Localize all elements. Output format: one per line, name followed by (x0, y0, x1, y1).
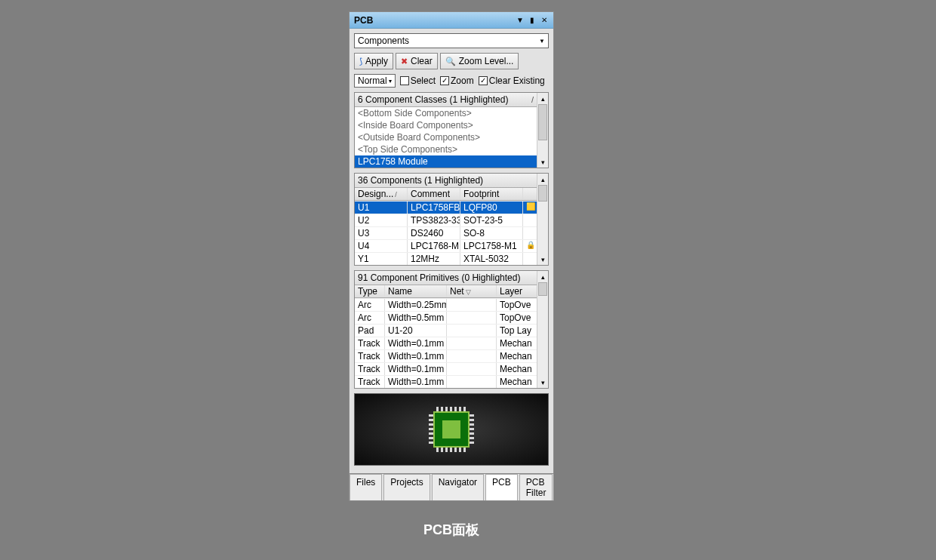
chevron-down-icon: ▾ (389, 78, 392, 85)
scroll-up-icon[interactable]: ▴ (537, 174, 548, 185)
scroll-thumb[interactable] (538, 282, 547, 296)
figure-caption: PCB面板 (349, 521, 554, 539)
pcb-panel: PCB ▼ ▮ ✕ Components ▼ ⟆Apply ✖Clear 🔍Zo… (349, 11, 554, 501)
locked-highlight-icon: 🟨 (523, 202, 537, 214)
clear-existing-checkbox[interactable]: ✓Clear Existing (479, 75, 545, 86)
classes-section: 6 Component Classes (1 Highlighted) / <B… (354, 92, 549, 168)
scroll-thumb[interactable] (538, 104, 547, 140)
sort-icon: ▽ (466, 288, 471, 296)
apply-button[interactable]: ⟆Apply (354, 53, 393, 69)
normal-select[interactable]: Normal▾ (354, 74, 396, 88)
sort-icon[interactable]: / (531, 95, 534, 104)
primitive-row[interactable]: PadU1-20Top Lay (355, 324, 537, 337)
primitive-row[interactable]: ArcWidth=0.25mmTopOve (355, 298, 537, 311)
component-row[interactable]: U2TPS3823-33SOT-23-5 (355, 214, 537, 226)
tab-pcb[interactable]: PCB (485, 474, 518, 500)
class-item[interactable]: <Outside Board Components> (355, 131, 537, 143)
scrollbar[interactable]: ▴ ▾ (537, 271, 548, 388)
tab-files[interactable]: Files (349, 474, 382, 500)
col-designator[interactable]: Design.../ (355, 188, 408, 200)
mode-dropdown[interactable]: Components ▼ (354, 33, 549, 48)
apply-icon: ⟆ (359, 57, 362, 66)
empty-icon (523, 253, 537, 265)
class-item[interactable]: LPC1758 Module (355, 155, 537, 168)
primitives-section: 91 Component Primitives (0 Highlighted) … (354, 270, 549, 389)
classes-list: <Bottom Side Components><Inside Board Co… (355, 107, 537, 168)
components-columns: Design.../ Comment Footprint (355, 188, 537, 201)
primitive-row[interactable]: TrackWidth=0.1mmMechan (355, 375, 537, 388)
close-icon[interactable]: ✕ (540, 16, 549, 24)
components-section: 36 Components (1 Highlighted) Design.../… (354, 173, 549, 266)
col-layer[interactable]: Layer (497, 285, 537, 297)
class-item[interactable]: <Bottom Side Components> (355, 107, 537, 119)
scroll-thumb[interactable] (538, 185, 547, 202)
clear-icon: ✖ (401, 57, 408, 66)
lock-icon: 🔒 (523, 240, 537, 252)
tab-navigator[interactable]: Navigator (432, 474, 484, 500)
classes-header: 6 Component Classes (1 Highlighted) / (355, 93, 537, 107)
scroll-down-icon[interactable]: ▾ (537, 254, 548, 265)
titlebar: PCB ▼ ▮ ✕ (349, 12, 553, 29)
dropdown-icon[interactable]: ▼ (516, 16, 525, 24)
col-comment[interactable]: Comment (408, 188, 460, 200)
components-header: 36 Components (1 Highlighted) (355, 174, 537, 188)
pin-icon[interactable]: ▮ (528, 16, 537, 24)
components-rows: U1LPC1758FBD8LQFP80🟨U2TPS3823-33SOT-23-5… (355, 201, 537, 265)
component-row[interactable]: Y112MHzXTAL-5032 (355, 252, 537, 265)
zoom-checkbox[interactable]: ✓Zoom (440, 75, 474, 86)
zoom-level-button[interactable]: 🔍Zoom Level... (440, 53, 519, 69)
scrollbar[interactable]: ▴ ▾ (537, 93, 548, 168)
class-item[interactable]: <Top Side Components> (355, 143, 537, 155)
mode-dropdown-text: Components (358, 35, 539, 46)
checkbox-empty-icon (400, 76, 409, 85)
tab-pcb-filter[interactable]: PCB Filter (519, 474, 553, 500)
empty-icon (523, 227, 537, 239)
pcb-preview (354, 393, 549, 466)
primitives-header: 91 Component Primitives (0 Highlighted) (355, 271, 537, 285)
chevron-down-icon: ▼ (539, 38, 545, 45)
primitive-row[interactable]: TrackWidth=0.1mmMechan (355, 362, 537, 375)
checkbox-checked-icon: ✓ (479, 76, 488, 85)
empty-icon (523, 214, 537, 226)
scroll-up-icon[interactable]: ▴ (537, 271, 548, 282)
primitive-row[interactable]: ArcWidth=0.5mmTopOve (355, 311, 537, 324)
scroll-down-icon[interactable]: ▾ (537, 377, 548, 388)
options-row: Normal▾ Select ✓Zoom ✓Clear Existing (354, 74, 549, 88)
primitives-columns: Type Name Net▽ Layer (355, 285, 537, 298)
button-row: ⟆Apply ✖Clear 🔍Zoom Level... (354, 53, 549, 69)
scrollbar[interactable]: ▴ ▾ (537, 174, 548, 265)
sort-icon: / (395, 191, 397, 198)
tab-projects[interactable]: Projects (383, 474, 430, 500)
col-type[interactable]: Type (355, 285, 385, 297)
col-footprint[interactable]: Footprint (460, 188, 523, 200)
col-name[interactable]: Name (385, 285, 447, 297)
primitive-row[interactable]: TrackWidth=0.1mmMechan (355, 349, 537, 362)
scroll-down-icon[interactable]: ▾ (537, 156, 548, 168)
pcb-board-icon (429, 407, 474, 452)
primitives-rows: ArcWidth=0.25mmTopOveArcWidth=0.5mmTopOv… (355, 298, 537, 388)
primitive-row[interactable]: TrackWidth=0.1mmMechan (355, 337, 537, 349)
bottom-tabs: FilesProjectsNavigatorPCBPCB Filter (349, 473, 553, 500)
panel-title: PCB (354, 15, 513, 26)
component-row[interactable]: U1LPC1758FBD8LQFP80🟨 (355, 201, 537, 214)
scroll-up-icon[interactable]: ▴ (537, 93, 548, 104)
zoom-icon: 🔍 (445, 57, 456, 66)
class-item[interactable]: <Inside Board Components> (355, 119, 537, 131)
component-row[interactable]: U3DS2460SO-8 (355, 226, 537, 239)
col-net[interactable]: Net▽ (447, 285, 497, 297)
panel-body: Components ▼ ⟆Apply ✖Clear 🔍Zoom Level..… (349, 29, 553, 470)
clear-button[interactable]: ✖Clear (396, 53, 438, 69)
checkbox-checked-icon: ✓ (440, 76, 449, 85)
select-checkbox[interactable]: Select (400, 75, 436, 86)
component-row[interactable]: U4LPC1768-MLPC1758-M1🔒 (355, 239, 537, 252)
